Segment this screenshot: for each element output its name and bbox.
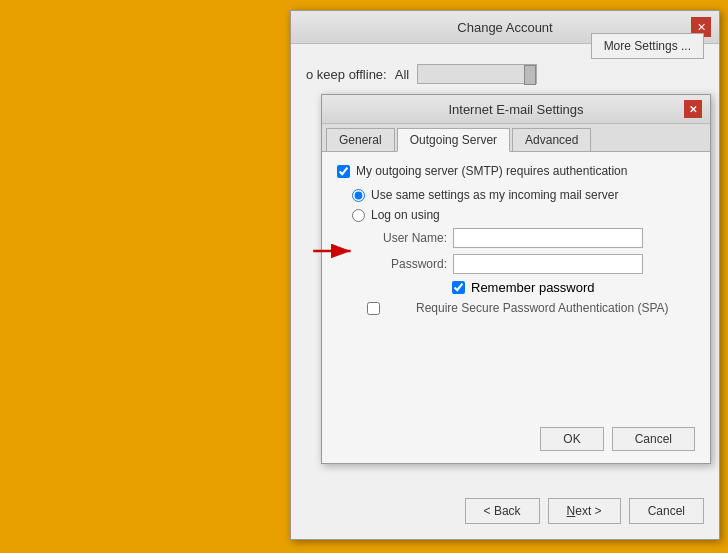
smtp-auth-checkbox[interactable] bbox=[337, 165, 350, 178]
email-settings-title: Internet E-mail Settings bbox=[348, 102, 684, 117]
next-button[interactable]: Next > bbox=[548, 498, 621, 524]
email-cancel-button[interactable]: Cancel bbox=[612, 427, 695, 451]
change-account-body: ↖ o keep offline: All Internet E-mail Se… bbox=[291, 44, 719, 119]
slider-thumb bbox=[524, 65, 536, 85]
red-arrow-indicator bbox=[309, 236, 359, 266]
remember-password-label: Remember password bbox=[471, 280, 595, 295]
username-input[interactable] bbox=[453, 228, 643, 248]
radio-logon-row: Log on using bbox=[337, 208, 695, 222]
remember-password-checkbox[interactable] bbox=[452, 281, 465, 294]
radio-same-settings-row: Use same settings as my incoming mail se… bbox=[337, 188, 695, 202]
change-account-footer: < Back Next > Cancel bbox=[465, 498, 704, 524]
username-row: User Name: bbox=[337, 228, 695, 248]
username-label: User Name: bbox=[367, 231, 447, 245]
email-ok-button[interactable]: OK bbox=[540, 427, 603, 451]
tabs-row: General Outgoing Server Advanced bbox=[322, 124, 710, 152]
outgoing-server-content: My outgoing server (SMTP) requires authe… bbox=[322, 152, 710, 327]
tab-general[interactable]: General bbox=[326, 128, 395, 151]
keep-offline-row: o keep offline: All bbox=[306, 64, 704, 84]
slider-container bbox=[417, 64, 537, 84]
offline-slider[interactable] bbox=[417, 64, 537, 84]
radio-same-settings-label: Use same settings as my incoming mail se… bbox=[371, 188, 618, 202]
radio-log-on-label: Log on using bbox=[371, 208, 440, 222]
next-label: Next > bbox=[567, 504, 602, 518]
cancel-button[interactable]: Cancel bbox=[629, 498, 704, 524]
password-row: Password: bbox=[337, 254, 695, 274]
tab-outgoing-server[interactable]: Outgoing Server bbox=[397, 128, 510, 152]
back-button[interactable]: < Back bbox=[465, 498, 540, 524]
smtp-auth-row: My outgoing server (SMTP) requires authe… bbox=[337, 164, 695, 178]
email-settings-titlebar: Internet E-mail Settings ✕ bbox=[322, 95, 710, 124]
password-label: Password: bbox=[367, 257, 447, 271]
radio-log-on[interactable] bbox=[352, 209, 365, 222]
spa-label: Require Secure Password Authentication (… bbox=[386, 301, 669, 315]
tab-advanced[interactable]: Advanced bbox=[512, 128, 591, 151]
email-settings-close-button[interactable]: ✕ bbox=[684, 100, 702, 118]
email-dialog-footer: OK Cancel bbox=[540, 427, 695, 451]
change-account-dialog: Change Account ✕ ↖ o keep offline: All I… bbox=[290, 10, 720, 540]
radio-same-settings[interactable] bbox=[352, 189, 365, 202]
spa-row: Require Secure Password Authentication (… bbox=[337, 301, 695, 315]
remember-password-row: Remember password bbox=[337, 280, 695, 295]
keep-offline-label: o keep offline: bbox=[306, 67, 387, 82]
email-settings-dialog: Internet E-mail Settings ✕ General Outgo… bbox=[321, 94, 711, 464]
more-settings-button[interactable]: More Settings ... bbox=[591, 33, 704, 59]
keep-offline-value: All bbox=[395, 67, 409, 82]
smtp-auth-label: My outgoing server (SMTP) requires authe… bbox=[356, 164, 627, 178]
password-input[interactable] bbox=[453, 254, 643, 274]
spa-checkbox[interactable] bbox=[367, 302, 380, 315]
